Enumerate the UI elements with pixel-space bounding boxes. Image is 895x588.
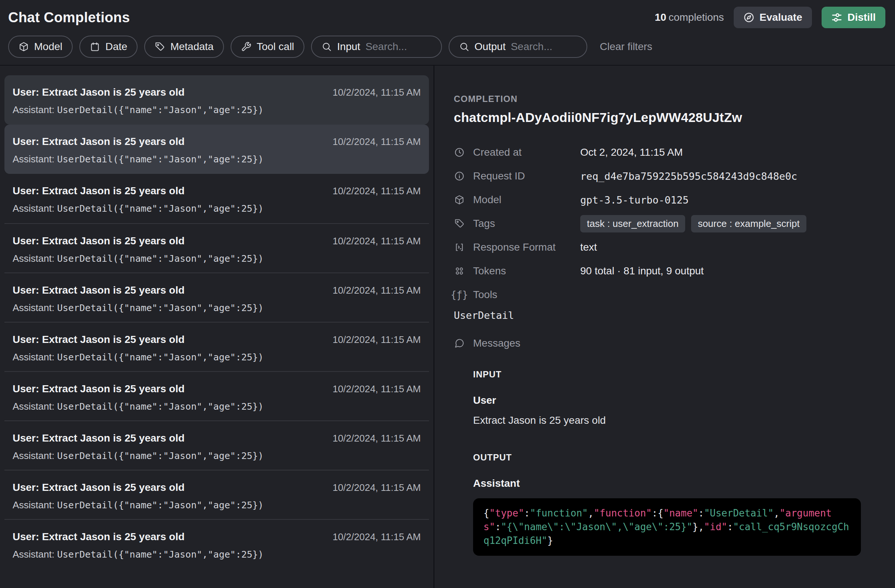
list-item-timestamp: 10/2/2024, 11:15 AM [332,383,421,395]
tag-icon [454,218,465,229]
list-item-timestamp: 10/2/2024, 11:15 AM [332,185,421,197]
list-item-user: User: Extract Jason is 25 years old [13,185,185,197]
assistant-code: UserDetail({"name":"Jason","age":25}) [57,105,264,115]
evaluate-button[interactable]: Evaluate [734,7,812,28]
completions-count-number: 10 [655,12,666,23]
list-item[interactable]: User: Extract Jason is 25 years old 10/2… [5,75,429,124]
list-item[interactable]: User: Extract Jason is 25 years old 10/2… [5,223,429,273]
search-icon [459,41,469,52]
list-item-user: User: Extract Jason is 25 years old [13,482,185,494]
output-search-field[interactable] [511,41,577,53]
tool-call-filter-label: Tool call [256,41,294,53]
assistant-code: UserDetail({"name":"Jason","age":25}) [57,401,264,412]
request-id-value: req_d4e7ba759225b595c584243d9c848e0c [580,171,797,182]
input-role: User [473,394,895,406]
list-item[interactable]: User: Extract Jason is 25 years old 10/2… [5,322,429,371]
tokens-label: Tokens [473,265,580,277]
response-format-row: Response Format text [454,235,895,259]
assistant-prefix: Assistant: [13,401,57,412]
created-at-value: Oct 2, 2024, 11:15 AM [580,147,683,158]
list-item-user: User: Extract Jason is 25 years old [13,334,185,346]
list-item-timestamp: 10/2/2024, 11:15 AM [332,285,421,296]
cube-icon [18,41,29,52]
created-at-label: Created at [473,147,580,158]
tools-label: Tools [473,289,580,301]
input-search-field[interactable] [366,41,432,53]
assistant-prefix: Assistant: [13,203,57,214]
clear-filters-button[interactable]: Clear filters [600,41,652,53]
model-label: Model [473,194,580,206]
list-item-timestamp: 10/2/2024, 11:15 AM [332,482,421,494]
list-item-timestamp: 10/2/2024, 11:15 AM [332,433,421,444]
list-item-user: User: Extract Jason is 25 years old [13,136,185,147]
model-row: Model gpt-3.5-turbo-0125 [454,188,895,212]
page-title: Chat Completions [8,10,130,26]
list-item[interactable]: User: Extract Jason is 25 years old 10/2… [5,371,429,420]
assistant-code: UserDetail({"name":"Jason","age":25}) [57,253,264,264]
list-item-user: User: Extract Jason is 25 years old [13,432,185,444]
input-search-pill[interactable]: Input [311,36,441,58]
assistant-code: UserDetail({"name":"Jason","age":25}) [57,154,264,165]
request-id-label: Request ID [473,170,580,182]
date-filter-label: Date [105,41,127,53]
output-search-label: Output [475,41,506,53]
list-item-user: User: Extract Jason is 25 years old [13,383,185,395]
list-item-user: User: Extract Jason is 25 years old [13,531,185,543]
assistant-code: UserDetail({"name":"Jason","age":25}) [57,303,264,313]
model-filter-label: Model [34,41,62,53]
completions-list[interactable]: User: Extract Jason is 25 years old 10/2… [0,66,434,588]
sliders-icon [831,12,842,23]
messages-section: INPUT User Extract Jason is 25 years old… [473,369,895,556]
list-item[interactable]: User: Extract Jason is 25 years old 10/2… [5,519,429,568]
completions-count-label: completions [669,12,724,23]
clock-icon [454,147,465,158]
tag-chip: source : example_script [691,215,806,232]
tags-row: Tags task : user_extraction source : exa… [454,212,895,235]
main-split: User: Extract Jason is 25 years old 10/2… [0,66,895,588]
assistant-code-block: {"type":"function","function":{"name":"U… [473,498,861,556]
model-value: gpt-3.5-turbo-0125 [580,194,689,206]
list-item-timestamp: 10/2/2024, 11:15 AM [332,136,421,147]
assistant-prefix: Assistant: [13,352,57,362]
info-icon [454,171,465,181]
search-icon [322,41,332,52]
response-format-label: Response Format [473,241,580,253]
compass-icon [743,12,754,23]
tags-label: Tags [473,218,580,229]
filter-bar: Model Date Metadata Tool call Input Outp… [0,35,895,65]
distill-button-label: Distill [848,12,876,23]
list-item[interactable]: User: Extract Jason is 25 years old 10/2… [5,420,429,470]
list-item[interactable]: User: Extract Jason is 25 years old 10/2… [5,470,429,519]
assistant-prefix: Assistant: [13,549,57,560]
assistant-code: UserDetail({"name":"Jason","age":25}) [57,352,264,362]
metadata-filter[interactable]: Metadata [144,36,224,58]
output-search-pill[interactable]: Output [449,36,587,58]
tool-name: UserDetail [454,309,895,321]
model-filter[interactable]: Model [8,36,73,58]
tag-chip: task : user_extraction [580,215,685,232]
evaluate-button-label: Evaluate [760,12,802,23]
assistant-code: UserDetail({"name":"Jason","age":25}) [57,450,264,461]
date-filter[interactable]: Date [79,36,138,58]
list-item[interactable]: User: Extract Jason is 25 years old 10/2… [5,273,429,322]
input-message-text: Extract Jason is 25 years old [473,414,895,426]
assistant-code: UserDetail({"name":"Jason","age":25}) [57,549,264,560]
header-actions: 10completions Evaluate Distill [655,7,885,28]
response-format-value: text [580,241,597,253]
created-at-row: Created at Oct 2, 2024, 11:15 AM [454,141,895,164]
tags-chips: task : user_extraction source : example_… [580,215,806,232]
tokens-value: 90 total · 81 input, 9 output [580,265,704,277]
code-brackets-icon [454,242,465,253]
message-bubble-icon [454,338,465,349]
list-item-timestamp: 10/2/2024, 11:15 AM [332,87,421,98]
input-heading: INPUT [473,369,895,380]
distill-button[interactable]: Distill [822,7,885,28]
list-item[interactable]: User: Extract Jason is 25 years old 10/2… [5,174,429,223]
tokens-grid-icon [454,266,465,276]
page-header: Chat Completions 10completions Evaluate … [0,0,895,35]
list-item[interactable]: User: Extract Jason is 25 years old 10/2… [5,124,429,174]
braces-function-icon: {ƒ} [454,289,465,300]
list-item-timestamp: 10/2/2024, 11:15 AM [332,235,421,247]
tools-row: {ƒ} Tools [454,283,895,307]
tool-call-filter[interactable]: Tool call [231,36,304,58]
